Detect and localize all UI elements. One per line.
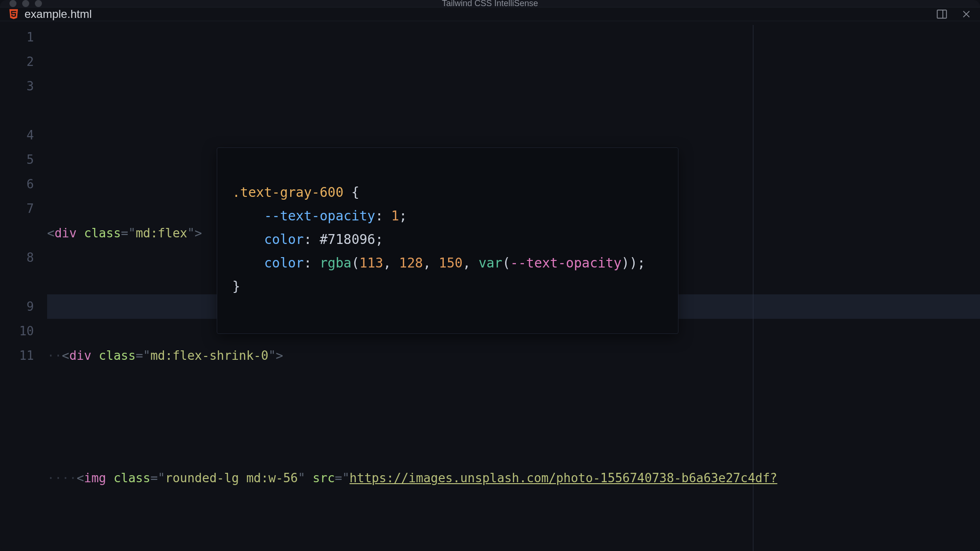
line-number: 9 [0, 294, 34, 319]
close-icon[interactable] [961, 9, 972, 19]
file-tab[interactable]: example.html [8, 8, 92, 21]
line-number: 1 [0, 25, 34, 49]
code-editor[interactable]: 1 2 3 4 5 6 7 8 9 10 11 <div class="md:f… [0, 21, 980, 551]
editor-window: Tailwind CSS IntelliSense example.html 1… [0, 0, 980, 551]
line-number: 4 [0, 123, 34, 147]
code-line[interactable]: ····<img class="rounded-lg md:w-56" src=… [47, 466, 980, 490]
line-number: 5 [0, 147, 34, 172]
file-tab-label: example.html [24, 8, 92, 21]
traffic-lights [0, 0, 42, 7]
line-number: 3 [0, 74, 34, 98]
line-number: 10 [0, 319, 34, 343]
line-number: 8 [0, 245, 34, 270]
line-number: 6 [0, 172, 34, 196]
split-editor-icon[interactable] [936, 8, 948, 20]
line-number: 2 [0, 49, 34, 74]
titlebar: Tailwind CSS IntelliSense [0, 0, 980, 8]
line-number [0, 221, 34, 245]
line-number [0, 98, 34, 123]
line-number [0, 270, 34, 294]
line-number: 11 [0, 343, 34, 368]
window-title: Tailwind CSS IntelliSense [0, 0, 980, 8]
html5-icon [8, 8, 19, 20]
code-area[interactable]: <div class="md:flex"> ··<div class="md:f… [47, 25, 980, 551]
close-window-icon[interactable] [9, 0, 16, 7]
tab-actions [936, 8, 972, 20]
line-number-gutter: 1 2 3 4 5 6 7 8 9 10 11 [0, 25, 47, 551]
line-number: 7 [0, 196, 34, 221]
code-line[interactable]: ··<div class="md:flex-shrink-0"> [47, 343, 980, 368]
minimize-window-icon[interactable] [22, 0, 29, 7]
svg-rect-0 [937, 10, 947, 18]
intellisense-hover-tooltip: .text-gray-600 { --text-opacity: 1; colo… [217, 147, 678, 334]
maximize-window-icon[interactable] [35, 0, 42, 7]
tab-bar: example.html [0, 8, 980, 21]
